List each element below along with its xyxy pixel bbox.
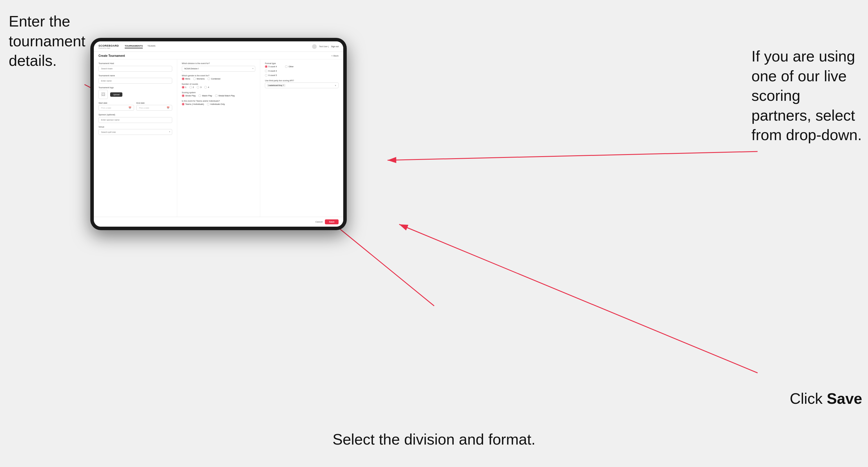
scoring-match[interactable]: Match Play	[198, 94, 212, 97]
nav-link-teams[interactable]: TEAMS	[148, 44, 156, 49]
signout-link[interactable]: Sign out	[331, 45, 339, 48]
end-date-group: End date Pick a date 📅	[136, 102, 172, 111]
svg-line-4	[399, 224, 757, 373]
nav-right: Test User | Sign out	[312, 44, 339, 49]
annotation-topright: If you are using one of our live scoring…	[751, 46, 862, 145]
event-type-label: Is this event for Teams and/or Individua…	[182, 100, 255, 102]
radio-match	[198, 94, 201, 97]
tournament-host-group: Tournament Host	[98, 62, 172, 72]
avatar	[312, 44, 317, 49]
format-type-options: 5 count 4 Other 6 count 4	[265, 65, 339, 76]
nav-links: TOURNAMENTS TEAMS	[125, 44, 312, 49]
live-scoring-label: Use third-party live scoring API?	[265, 80, 339, 82]
round-2[interactable]: 2	[189, 86, 194, 89]
venue-group: Venue	[98, 126, 172, 135]
gender-combined[interactable]: Combined	[208, 77, 220, 80]
end-date-label: End date	[136, 102, 172, 104]
format-6count4[interactable]: 6 count 4	[265, 70, 339, 72]
back-button[interactable]: < Back	[331, 55, 339, 57]
form-area: Tournament Host Tournament name Tourname…	[94, 59, 343, 217]
format-6count5[interactable]: 6 count 5	[265, 74, 339, 76]
tournament-host-label: Tournament Host	[98, 62, 172, 64]
sponsor-label: Sponsor (optional)	[98, 114, 172, 116]
format-type-label: Format type	[265, 62, 339, 64]
round-1[interactable]: 1	[182, 86, 186, 89]
radio-round3	[197, 86, 199, 89]
rounds-group: Number of rounds 1 2 3	[182, 83, 255, 89]
scoring-group: Scoring system Stroke Play Match Play	[182, 91, 255, 97]
tournament-logo-label: Tournament logo	[98, 87, 172, 89]
tablet-frame: SCOREBOARD Powered by clippit TOURNAMENT…	[90, 38, 347, 230]
logo-upload-area: 🖼 Upload	[98, 90, 172, 99]
logo-preview: 🖼	[98, 90, 108, 99]
scoring-label: Scoring system	[182, 91, 255, 94]
tournament-logo-group: Tournament logo 🖼 Upload	[98, 87, 172, 99]
division-select[interactable]: NCAA Division I	[182, 66, 255, 72]
tag-close-icon[interactable]: ✕	[283, 84, 284, 87]
division-label: Which division is the event for?	[182, 62, 255, 64]
annotation-bottomcenter: Select the division and format.	[333, 430, 535, 449]
form-footer: Cancel Save	[94, 217, 343, 227]
radio-womens	[193, 77, 196, 80]
search-team-input[interactable]	[98, 66, 172, 72]
svg-line-2	[388, 152, 757, 160]
user-label: Test User |	[319, 45, 329, 48]
scoring-radio-group: Stroke Play Match Play Medal Match Play	[182, 94, 255, 97]
gender-womens[interactable]: Womens	[193, 77, 205, 80]
radio-mens	[182, 77, 184, 80]
start-date-label: Start date	[98, 102, 134, 104]
page-title: Create Tournament	[98, 54, 125, 57]
annotation-topleft: Enter the tournament details.	[9, 12, 102, 71]
division-select-wrapper: NCAA Division I	[182, 65, 255, 72]
upload-button[interactable]: Upload	[110, 92, 122, 97]
radio-other	[285, 65, 287, 68]
rounds-label: Number of rounds	[182, 83, 255, 85]
round-3[interactable]: 3	[197, 86, 202, 89]
start-date-group: Start date Pick a date 📅	[98, 102, 134, 111]
format-type-group: Format type 5 count 4 Other	[265, 62, 339, 76]
sponsor-input[interactable]	[98, 117, 172, 123]
event-teams[interactable]: Teams (+Individuals)	[182, 103, 204, 105]
radio-5count4	[265, 65, 268, 68]
venue-input[interactable]	[98, 129, 172, 135]
gender-group: Which gender is the event for? Mens Wome…	[182, 74, 255, 80]
radio-stroke	[182, 94, 184, 97]
format-5count4[interactable]: 5 count 4	[265, 65, 277, 68]
rounds-radio-group: 1 2 3 4	[182, 86, 255, 89]
tournament-name-input[interactable]	[98, 78, 172, 84]
radio-combined	[208, 77, 210, 80]
format-row-1: 5 count 4 Other	[265, 65, 339, 68]
round-4[interactable]: 4	[204, 86, 209, 89]
radio-medal-match	[215, 94, 218, 97]
radio-round2	[189, 86, 192, 89]
radio-round1	[182, 86, 184, 89]
cancel-button[interactable]: Cancel	[315, 219, 322, 224]
division-group: Which division is the event for? NCAA Di…	[182, 62, 255, 72]
radio-6count4	[265, 70, 268, 72]
end-date-input[interactable]: Pick a date 📅	[136, 105, 172, 111]
radio-individuals	[207, 103, 210, 105]
live-scoring-group: Use third-party live scoring API? Leader…	[265, 80, 339, 88]
event-type-radio-group: Teams (+Individuals) Individuals Only	[182, 103, 255, 105]
save-button[interactable]: Save	[325, 219, 339, 224]
event-individuals[interactable]: Individuals Only	[207, 103, 225, 105]
live-scoring-input[interactable]: Leaderboard King ✕ ▼	[265, 83, 339, 88]
tournament-name-group: Tournament name	[98, 74, 172, 84]
calendar-icon: 📅	[128, 106, 131, 109]
start-date-input[interactable]: Pick a date 📅	[98, 105, 134, 111]
event-type-group: Is this event for Teams and/or Individua…	[182, 100, 255, 105]
scoring-stroke[interactable]: Stroke Play	[182, 94, 196, 97]
navbar: SCOREBOARD Powered by clippit TOURNAMENT…	[94, 41, 343, 52]
nav-link-tournaments[interactable]: TOURNAMENTS	[125, 44, 143, 49]
tablet-screen: SCOREBOARD Powered by clippit TOURNAMENT…	[94, 41, 343, 227]
radio-round4	[204, 86, 207, 89]
scoring-medal-match[interactable]: Medal Match Play	[215, 94, 235, 97]
radio-teams	[182, 103, 184, 105]
gender-label: Which gender is the event for?	[182, 74, 255, 76]
venue-select-wrapper	[98, 129, 172, 135]
venue-label: Venue	[98, 126, 172, 128]
tournament-name-label: Tournament name	[98, 74, 172, 76]
format-other[interactable]: Other	[285, 65, 294, 68]
gender-radio-group: Mens Womens Combined	[182, 77, 255, 80]
gender-mens[interactable]: Mens	[182, 77, 190, 80]
